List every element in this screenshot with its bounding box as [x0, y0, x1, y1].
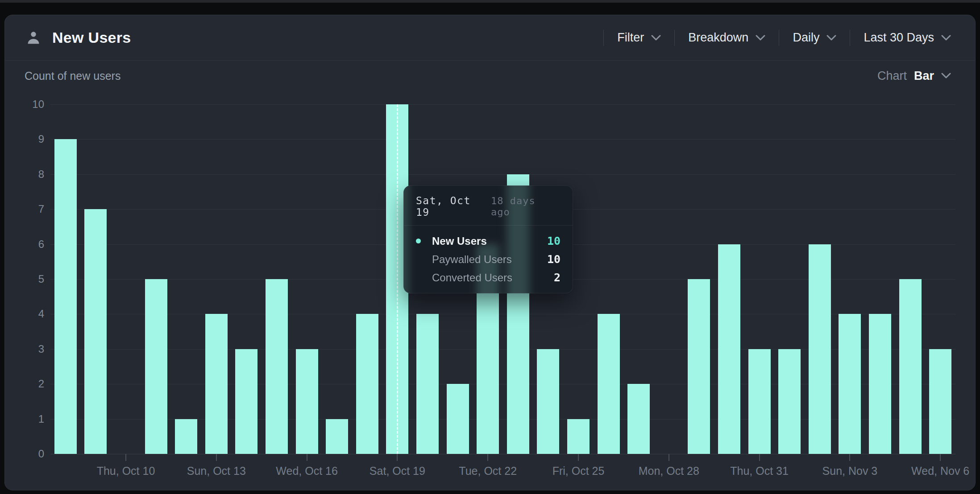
bar-thu-oct-31[interactable] — [748, 349, 771, 454]
tooltip-rows: New Users 10 Paywalled Users 10 Converte… — [404, 226, 573, 293]
tooltip-row-label: Paywalled Users — [432, 253, 512, 266]
bar-wed-nov-6[interactable] — [929, 349, 951, 454]
bar-thu-oct-17[interactable] — [326, 419, 348, 454]
bar-sun-oct-20[interactable] — [416, 314, 439, 454]
y-axis-label-1: 1 — [8, 413, 44, 425]
x-axis-label-sat-oct-19: Sat, Oct 19 — [370, 465, 425, 478]
x-axis-tick — [216, 454, 217, 461]
tooltip-row-value: 10 — [547, 253, 561, 266]
widget-header: New Users Filter Breakdown Daily — [5, 15, 975, 61]
chart-type-label: Chart — [877, 69, 907, 83]
tooltip-row-value: 10 — [547, 235, 561, 247]
x-axis-tick — [849, 454, 850, 461]
y-gridline-10 — [50, 104, 955, 105]
x-axis-tick — [940, 454, 941, 461]
bar-sun-nov-3[interactable] — [839, 314, 861, 454]
tooltip-relative-time: 18 days ago — [491, 195, 561, 218]
y-axis-label-6: 6 — [8, 238, 44, 251]
y-axis-label-2: 2 — [8, 378, 44, 390]
bar-tue-oct-15[interactable] — [266, 279, 288, 454]
x-axis-label-wed-nov-6: Wed, Nov 6 — [911, 465, 969, 478]
new-users-widget: New Users Filter Breakdown Daily — [4, 15, 976, 490]
bar-tue-nov-5[interactable] — [899, 279, 922, 454]
y-gridline-9 — [50, 139, 955, 140]
tooltip-row-new-users: New Users 10 — [416, 232, 561, 250]
x-axis-label-thu-oct-10: Thu, Oct 10 — [97, 465, 155, 478]
chevron-down-icon — [826, 35, 836, 41]
x-axis-label-wed-oct-16: Wed, Oct 16 — [276, 465, 338, 478]
bar-sun-oct-27[interactable] — [627, 384, 650, 454]
hover-indicator-line — [397, 104, 398, 454]
bar-thu-oct-24[interactable] — [537, 349, 559, 454]
bar-sat-oct-26[interactable] — [598, 314, 620, 454]
x-axis-label-sun-oct-13: Sun, Oct 13 — [187, 465, 246, 478]
bar-mon-nov-4[interactable] — [869, 314, 891, 454]
metric-label: Count of new users — [25, 70, 120, 82]
x-axis-tick — [578, 454, 579, 461]
chevron-down-icon — [941, 73, 951, 79]
tooltip-header: Sat, Oct 19 18 days ago — [404, 186, 573, 225]
tooltip-row-paywalled-users: Paywalled Users 10 — [416, 250, 561, 268]
bar-tue-oct-29[interactable] — [688, 279, 710, 454]
chart-subheader: Count of new users Chart Bar — [5, 61, 975, 91]
bar-wed-oct-16[interactable] — [296, 349, 318, 454]
x-axis-tick — [669, 454, 669, 461]
filter-dropdown[interactable]: Filter — [604, 31, 674, 45]
y-gridline-8 — [50, 174, 955, 175]
y-axis-label-4: 4 — [8, 308, 44, 320]
bar-sat-oct-12[interactable] — [175, 419, 197, 454]
bar-tue-oct-8[interactable] — [54, 139, 77, 454]
bar-wed-oct-9[interactable] — [84, 209, 107, 454]
chart-tooltip: Sat, Oct 19 18 days ago New Users 10 Pay… — [403, 185, 573, 293]
date-range-dropdown-label: Last 30 Days — [864, 31, 934, 45]
filter-dropdown-label: Filter — [617, 31, 644, 45]
x-axis-label-tue-oct-22: Tue, Oct 22 — [459, 465, 517, 478]
x-axis-label-mon-oct-28: Mon, Oct 28 — [639, 465, 699, 478]
x-axis-tick — [125, 454, 126, 461]
bar-sun-oct-13[interactable] — [205, 314, 228, 454]
x-axis-label-sun-nov-3: Sun, Nov 3 — [822, 465, 878, 478]
tooltip-row-converted-users: Converted Users 2 — [416, 268, 561, 287]
tooltip-row-label: Converted Users — [432, 272, 512, 284]
chevron-down-icon — [651, 35, 661, 41]
bar-fri-nov-1[interactable] — [778, 349, 801, 454]
bar-mon-oct-21[interactable] — [447, 384, 469, 454]
x-axis-tick — [487, 454, 488, 461]
y-axis-label-7: 7 — [8, 203, 44, 215]
y-axis-label-9: 9 — [8, 133, 44, 145]
user-icon — [25, 29, 42, 47]
bar-mon-oct-14[interactable] — [235, 349, 257, 454]
y-axis-label-5: 5 — [8, 273, 44, 285]
tooltip-date: Sat, Oct 19 — [416, 195, 491, 218]
x-axis-tick — [759, 454, 760, 461]
chevron-down-icon — [756, 35, 765, 41]
x-axis-label-fri-oct-25: Fri, Oct 25 — [552, 465, 605, 478]
chart-type-value: Bar — [914, 69, 934, 83]
page-title: New Users — [52, 29, 131, 46]
breakdown-dropdown[interactable]: Breakdown — [675, 31, 779, 45]
y-axis-label-10: 10 — [8, 98, 44, 111]
tooltip-row-label: New Users — [432, 235, 487, 247]
header-controls: Filter Breakdown Daily Las — [603, 30, 951, 46]
bar-sat-nov-2[interactable] — [809, 244, 831, 454]
y-axis-label-8: 8 — [8, 168, 44, 181]
bar-fri-oct-18[interactable] — [356, 314, 378, 454]
y-axis-label-0: 0 — [8, 448, 44, 460]
series-dot-icon — [416, 239, 421, 243]
granularity-dropdown[interactable]: Daily — [779, 31, 850, 45]
bar-fri-oct-11[interactable] — [145, 279, 167, 454]
window-edge-strip — [0, 0, 980, 3]
tooltip-row-value: 2 — [554, 271, 561, 284]
date-range-dropdown[interactable]: Last 30 Days — [850, 31, 951, 45]
x-axis-label-thu-oct-31: Thu, Oct 31 — [730, 465, 789, 478]
breakdown-dropdown-label: Breakdown — [688, 31, 748, 45]
x-axis-tick — [307, 454, 307, 461]
x-axis-tick — [397, 454, 398, 461]
y-axis-label-3: 3 — [8, 343, 44, 355]
bar-fri-oct-25[interactable] — [567, 419, 590, 454]
granularity-dropdown-label: Daily — [793, 31, 819, 45]
bar-wed-oct-30[interactable] — [718, 244, 740, 454]
y-gridline-0 — [50, 454, 955, 454]
chevron-down-icon — [941, 35, 951, 41]
chart-type-dropdown[interactable]: Chart Bar — [877, 69, 951, 83]
